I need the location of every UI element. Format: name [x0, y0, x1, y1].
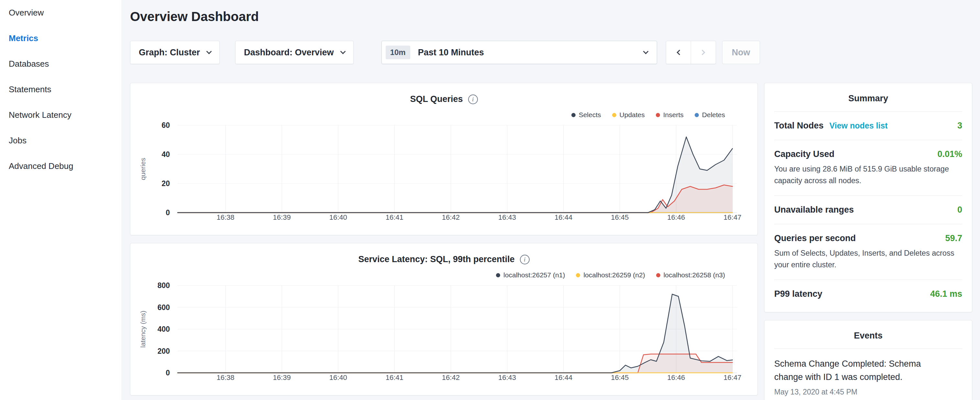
summary-value: 0 [957, 205, 962, 215]
events-card: Events Schema Change Completed: Schema c… [764, 320, 972, 400]
y-axis-label: latency (ms) [139, 311, 146, 347]
dashboard-dropdown-label: Dashboard: Overview [244, 48, 334, 57]
legend-item[interactable]: Inserts [656, 111, 684, 119]
main-content: Overview Dashboard Graph: Cluster Dashbo… [121, 0, 980, 400]
summary-value: 59.7 [945, 233, 962, 243]
time-range-badge: 10m [386, 46, 410, 59]
legend-dot-icon [571, 113, 576, 117]
now-button[interactable]: Now [722, 41, 760, 64]
legend-label: localhost:26258 (n3) [663, 271, 725, 279]
summary-row-unavailable-ranges: Unavailable ranges 0 [774, 196, 962, 224]
y-tick-label: 20 [161, 179, 170, 188]
summary-row-capacity-used: Capacity Used 0.01% You are using 28.6 M… [774, 140, 962, 196]
time-next-button[interactable] [691, 41, 716, 64]
legend-dot-icon [656, 113, 660, 117]
series-line [178, 137, 732, 213]
charts-column: SQL Queries i SelectsUpdatesInsertsDelet… [130, 83, 758, 395]
summary-value: 3 [957, 121, 962, 131]
time-range-label: Past 10 Minutes [418, 48, 484, 57]
legend-item[interactable]: Deletes [695, 111, 725, 119]
summary-value: 46.1 ms [930, 289, 962, 299]
y-tick-label: 40 [161, 150, 170, 159]
x-tick-label: 16:44 [555, 373, 572, 382]
legend-label: Deletes [702, 111, 725, 119]
legend-label: localhost:26257 (n1) [503, 271, 565, 279]
legend-dot-icon [612, 113, 616, 117]
x-tick-label: 16:40 [329, 213, 347, 222]
chevron-right-icon [700, 50, 705, 55]
chart-title: Service Latency: SQL, 99th percentile [358, 254, 514, 265]
chevron-down-icon [643, 49, 648, 54]
graph-dropdown[interactable]: Graph: Cluster [130, 41, 220, 64]
y-tick-label: 0 [165, 209, 170, 217]
summary-label: Queries per second [774, 233, 856, 243]
legend-dot-icon [496, 273, 500, 277]
time-range-selector[interactable]: 10m Past 10 Minutes [382, 41, 657, 64]
chart-header: Service Latency: SQL, 99th percentile i [130, 254, 757, 265]
x-tick-label: 16:44 [555, 213, 572, 222]
legend-dot-icon [695, 113, 699, 117]
view-nodes-list-link[interactable]: View nodes list [830, 121, 888, 131]
x-tick-label: 16:38 [216, 373, 234, 382]
sidebar-item-statements[interactable]: Statements [0, 77, 121, 102]
x-tick-label: 16:41 [386, 373, 404, 382]
line-chart-service-latency: 020040060080016:3816:3916:4016:4116:4216… [130, 279, 758, 392]
legend-label: localhost:26259 (n2) [583, 271, 645, 279]
x-tick-label: 16:46 [667, 213, 685, 222]
sidebar-item-jobs[interactable]: Jobs [0, 128, 121, 153]
x-tick-label: 16:46 [667, 373, 685, 382]
x-tick-label: 16:45 [611, 213, 628, 222]
legend-item[interactable]: localhost:26259 (n2) [576, 271, 645, 279]
sidebar-item-overview[interactable]: Overview [0, 0, 121, 25]
right-sidebar: Summary Total Nodes View nodes list 3 Ca… [764, 83, 972, 400]
series-area [178, 137, 732, 213]
events-title: Events [774, 320, 962, 349]
summary-title: Summary [774, 83, 962, 112]
series-line [178, 185, 732, 213]
sidebar-item-metrics[interactable]: Metrics [0, 25, 121, 51]
x-tick-label: 16:47 [724, 213, 741, 222]
sidebar-item-network-latency[interactable]: Network Latency [0, 102, 121, 128]
summary-card: Summary Total Nodes View nodes list 3 Ca… [764, 83, 972, 312]
line-chart-sql-queries: 020406016:3816:3916:4016:4116:4216:4316:… [130, 119, 758, 232]
time-prev-button[interactable] [666, 41, 691, 64]
time-step-buttons [666, 41, 716, 64]
graph-dropdown-label: Graph: Cluster [139, 48, 200, 57]
event-timestamp: May 13, 2020 at 4:45 PM [774, 388, 962, 397]
x-tick-label: 16:41 [386, 213, 404, 222]
summary-subtext: Sum of Selects, Updates, Inserts, and De… [774, 247, 962, 271]
chevron-down-icon [207, 49, 212, 54]
y-tick-label: 600 [158, 303, 170, 312]
x-tick-label: 16:47 [724, 373, 741, 382]
summary-label: P99 latency [774, 289, 822, 299]
y-tick-label: 400 [158, 325, 170, 333]
info-icon[interactable]: i [468, 94, 478, 104]
summary-row-p99-latency: P99 latency 46.1 ms [774, 280, 962, 312]
summary-subtext: You are using 28.6 MiB of 515.9 GiB usab… [774, 163, 962, 186]
legend-dot-icon [576, 273, 580, 277]
legend-label: Inserts [663, 111, 684, 119]
legend-item[interactable]: Selects [571, 111, 601, 119]
summary-label: Capacity Used [774, 149, 834, 159]
legend-item[interactable]: Updates [612, 111, 645, 119]
dashboard-dropdown[interactable]: Dashboard: Overview [235, 41, 354, 64]
sidebar-item-databases[interactable]: Databases [0, 51, 121, 77]
sidebar: Overview Metrics Databases Statements Ne… [0, 0, 121, 400]
summary-label: Unavailable ranges [774, 205, 854, 215]
y-tick-label: 800 [158, 281, 170, 290]
info-icon[interactable]: i [520, 255, 530, 265]
chart-card-sql-queries: SQL Queries i SelectsUpdatesInsertsDelet… [130, 83, 758, 235]
sidebar-item-advanced-debug[interactable]: Advanced Debug [0, 153, 121, 179]
legend-label: Updates [620, 111, 645, 119]
legend-item[interactable]: localhost:26258 (n3) [656, 271, 725, 279]
series-area [178, 354, 732, 373]
x-tick-label: 16:45 [611, 373, 628, 382]
summary-value: 0.01% [937, 149, 962, 159]
dashboard-content: SQL Queries i SelectsUpdatesInsertsDelet… [130, 83, 972, 400]
event-item: Schema Change Completed: Schema change w… [774, 349, 962, 400]
legend-item[interactable]: localhost:26257 (n1) [496, 271, 565, 279]
chart-header: SQL Queries i [130, 94, 757, 104]
summary-label: Total Nodes [774, 121, 824, 131]
chart-legend: localhost:26257 (n1)localhost:26259 (n2)… [496, 271, 725, 279]
chart-title: SQL Queries [410, 94, 463, 104]
